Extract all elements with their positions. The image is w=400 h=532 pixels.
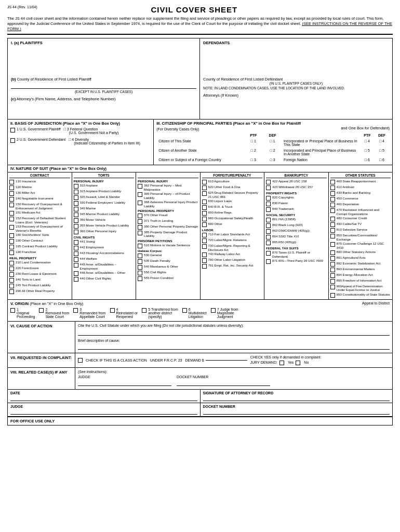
section-vii-label: VII. REQUESTED IN COMPLAINT: [8,353,75,367]
suit-item: 245 Tort Product Liability [9,283,70,288]
plaintiff-county-field[interactable] [11,83,196,89]
other-statutes-header: OTHER STATUTES [330,174,391,178]
suit-item: 210 Land Condemnation [9,260,70,265]
suit-item: 630 Liquor Laws [202,199,263,204]
cite-text: Cite the U.S. Civil Statute under which … [78,324,390,327]
class-action-checkbox[interactable] [78,358,83,363]
suit-item: 791 Empl. Ret. Inc. Security Act [202,263,263,269]
suit-item: 830 Patent [266,201,327,206]
suit-item: 861 HIA (1395ff) [266,217,327,222]
attorney-section-plaintiff: (c) Attorney's (Firm Name, Address, and … [11,97,196,117]
checkbox-1[interactable] [10,128,15,132]
page-title: CIVIL COVER SHEET [37,5,351,14]
suit-col-other: OTHER STATUTES 400 State Reapportionment… [329,172,393,299]
section-vi: VI. CAUSE OF ACTION Cite the U.S. Civil … [7,321,393,353]
origin-6: 6MultidistrictLitigation [182,308,207,318]
suit-item: 310 Airplane [74,183,135,189]
suit-item: 430 Banks and Banking [330,191,391,196]
suit-item: 610 Agriculture [202,179,263,184]
judge-bottom-field[interactable] [10,409,197,415]
suit-item: 820 Copyrights [266,195,327,201]
page-header: JS 44 (Rev. 11/04) CIVIL COVER SHEET [7,5,393,14]
class-action-row: CHECK IF THIS IS A CLASS ACTION [78,357,147,363]
bankruptcy-header: BANKRUPTCY [266,174,327,178]
section-iii-header: III. CITIZENSHIP OF PRINCIPAL PARTIES (P… [156,121,390,126]
suit-item: 441 Voting [74,240,135,245]
suit-item: 440 Other Civil Rights [74,276,135,282]
suit-item: 740 Railway Labor Act [202,252,263,257]
suit-item: 340 Marine [74,206,135,211]
intro-text: The JS 44 civil cover sheet and the info… [7,16,393,35]
suit-item: 850 Securities/Commodities/ Exchange [330,233,391,241]
section-vi-label: VI. CAUSE OF ACTION [8,322,75,353]
office-use-label: FOR OFFICE USE ONLY [10,419,55,423]
jurisdiction-item-1: 1 U.S. Government Plaintiff □ 3 Federal … [10,127,151,135]
suit-item: 190 Other Contract [9,238,70,244]
suit-item: 423 Withdrawal 28 USC 157 [266,185,327,190]
suit-item: 450 Commerce [330,196,391,202]
suit-item: 150 Recovery of Overpayment & Enforcemen… [9,202,70,210]
jury-yes-no: JURY DEMAND: Yes No [250,360,322,365]
jury-yes-checkbox[interactable] [279,361,284,365]
docket-field-container: DOCKET NUMBER [177,375,270,387]
suit-item: 490 Cable/Sat TV [330,222,391,227]
suit-item: 510 Motions to Vacate Sentence [138,243,198,248]
county-plaintiff-section: (b) County of Residence of First Listed … [11,77,196,94]
citizenship-row-3: Citizen or Subject of a Foreign Country … [157,157,389,162]
instructions-text: (See instructions): [78,370,107,374]
judge-docket-row: JUDGE DOCKET NUMBER [78,375,390,387]
suit-item: 422 Appeal 28 USC 158 [266,179,327,184]
suit-item: 350 Motor Vehicle [74,218,135,223]
section-v: V. ORIGIN (Place an "X" in One Box Only)… [7,299,393,321]
attorneys-known-field[interactable] [203,98,389,113]
suit-item: 550 Civil Rights [138,270,198,275]
cause-of-action-cite-field[interactable] [78,329,390,336]
suit-item: 365 Personal Injury – of Product Liabili… [138,192,198,200]
suit-item: 446 Amer. w/Disabilities – Other [74,271,135,276]
suit-item: 371 Truth in Lending [138,219,198,224]
defendants-header: DEFENDANTS [203,41,230,45]
judge-field-container: JUDGE [78,375,171,387]
section-ii-iii: II. BASIS OF JURISDICTION (Place an "X" … [7,119,393,165]
suit-item: 870 Taxes (U.S. Plaintiff or Defendant) [266,250,327,258]
docket-field[interactable] [177,380,270,386]
attorney-field[interactable] [11,101,196,117]
forfeiture-header: FORFEITURE/PENALTY [202,174,263,178]
docket-bottom-field[interactable] [203,409,390,415]
suit-item: 290 All Other Real Property [9,289,70,294]
suit-item: 385 Property Damage Product Liability [138,230,198,238]
judge-docket-bottom-row: JUDGE DOCKET NUMBER [7,403,393,417]
suit-item: 220 Foreclosure [9,266,70,271]
suit-item: 240 Torts to Land [9,277,70,283]
check-label: CHECK IF THIS IS A CLASS ACTION [86,358,147,362]
suit-col-torts2: PERSONAL INJURY 362 Personal Injury – Me… [136,172,201,299]
defendants-field [203,45,389,74]
section-viii-label: VIII. RELATED CASE(S) IF ANY [8,368,75,389]
checkbox-2[interactable] [10,138,15,143]
suit-item: 152 Recovery of Defaulted Student Loans … [9,216,70,224]
date-section: DATE [8,390,201,403]
origin-4: 4Reinstated orReopened [110,308,138,318]
demand-label: DEMAND $ [185,358,204,362]
suit-item: 790 Other Labor Litigation [202,258,263,263]
docket-bottom-section: DOCKET NUMBER [201,403,393,416]
nature-of-suit-grid: CONTRACT 110 Insurance 120 Marine 130 Mi… [8,172,392,299]
judge-label: JUDGE [78,375,90,379]
date-field[interactable] [10,396,197,401]
form-number: JS 44 (Rev. 11/04) [7,5,37,9]
suit-item: 862 Black Lung (923) [266,223,327,228]
suit-item: 368 Asbestos Personal Injury Product Lia… [138,200,198,208]
attorney-section-defendant: Attorneys (If Known) [203,93,389,113]
signature-label: SIGNATURE OF ATTORNEY OF RECORD [203,391,390,395]
signature-field[interactable] [203,396,390,401]
judge-field[interactable] [78,380,171,386]
suit-item: 160 Stockholders' Suits [9,233,70,238]
demand-field[interactable] [206,360,247,361]
cause-of-action-brief-field[interactable] [78,343,390,350]
suit-item: 315 Airplane Product Liability [74,189,135,194]
docket-label: DOCKET NUMBER [177,375,208,379]
suit-item: 400 State Reapportionment [330,179,391,184]
suit-item: 840 Trademark [266,207,327,212]
jury-no-checkbox[interactable] [296,361,300,365]
suit-item: 892 Economic Stabilization Act [330,261,391,267]
